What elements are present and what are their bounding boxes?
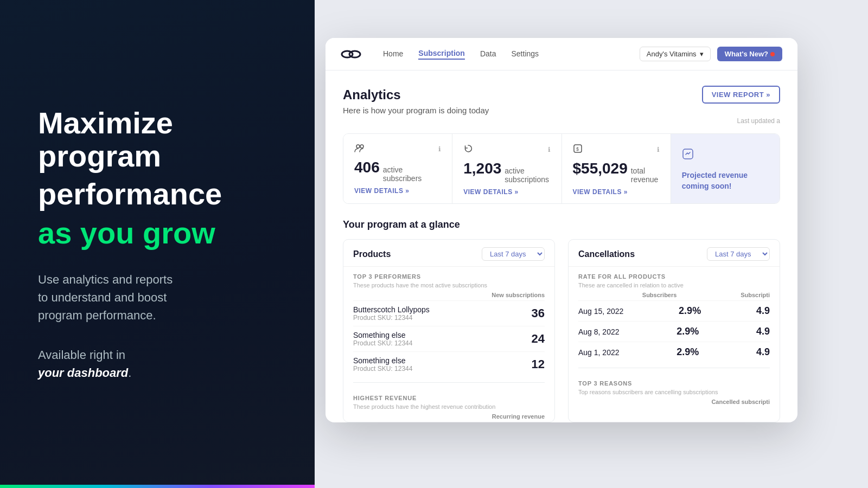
subscriptions-info-icon: ℹ [548, 146, 551, 153]
notification-dot [770, 52, 775, 56]
table-row: Aug 15, 2022 2.9% 4.9 [578, 300, 770, 321]
subscribers-number: 406 [354, 159, 380, 176]
store-selector[interactable]: Andy's Vitamins ▾ [640, 47, 711, 61]
navbar: Home Subscription Data Settings Andy's V… [326, 38, 797, 70]
cancellations-table-section: RATE FOR ALL PRODUCTS These are cancelle… [569, 267, 780, 407]
stat-card-revenue-header: $ ℹ [573, 144, 660, 156]
subscriptions-value-row: 1,203 active subscriptions [463, 160, 550, 184]
hero-footer: Available right in your dashboard. [38, 346, 277, 382]
subscribers-col: Subscribers [642, 292, 677, 298]
svg-point-2 [356, 145, 360, 148]
nav-subscription[interactable]: Subscription [418, 49, 465, 60]
recurring-revenue-col: Recurring revenue [492, 413, 545, 420]
stat-card-projected-header [682, 148, 694, 166]
cancelled-subscriptions-col: Cancelled subscripti [711, 399, 770, 405]
stat-card-subscribers-header: ℹ [354, 144, 441, 155]
view-report-button[interactable]: VIEW REPORT » [702, 86, 780, 104]
main-content: Analytics VIEW REPORT » Here is how your… [326, 70, 797, 422]
brand-logo-icon [341, 47, 361, 62]
revenue-value-row: $55,029 total revenue [573, 160, 660, 184]
rate-all-products-label: RATE FOR ALL PRODUCTS [578, 267, 770, 282]
table-row: Something else Product SKU: 12344 12 [353, 351, 545, 377]
hero-title-line2: performance [38, 177, 277, 211]
nav-home[interactable]: Home [383, 49, 403, 59]
products-col-headers: New subscriptions [353, 292, 545, 300]
products-card-header: Products Last 7 days Last 30 days [343, 240, 554, 267]
products-table-section: TOP 3 PERFORMERS These products have the… [343, 267, 554, 422]
subscribers-value-row: 406 active subscribers [354, 159, 441, 183]
revenue-label: total revenue [631, 166, 660, 184]
glance-title: Your program at a glance [343, 219, 780, 230]
subscriptions-icon [463, 144, 473, 156]
hero-title-green: as you grow [38, 215, 277, 251]
dashboard-window: Home Subscription Data Settings Andy's V… [326, 38, 797, 422]
top3-performers-label: TOP 3 PERFORMERS [353, 267, 545, 282]
products-period-select[interactable]: Last 7 days Last 30 days [482, 247, 545, 261]
table-row: Butterscotch Lollypops Product SKU: 1234… [353, 300, 545, 326]
subscriptions-label: active subscriptions [505, 166, 550, 184]
hero-title-line1: Maximize program [38, 106, 277, 173]
chevron-down-icon: ▾ [700, 50, 704, 58]
svg-point-1 [349, 51, 360, 57]
stat-card-subscriptions-header: ℹ [463, 144, 550, 156]
row-value: 36 [532, 306, 545, 320]
revenue-number: $55,029 [573, 160, 628, 177]
subscriptions-number: 1,203 [463, 160, 501, 177]
cancellations-card: Cancellations Last 7 days Last 30 days R… [568, 239, 780, 422]
analytics-title: Analytics [343, 87, 401, 102]
whats-new-button[interactable]: What's New? [717, 47, 782, 61]
subscribers-icon [354, 144, 365, 155]
projected-text: Projected revenuecoming soon! [682, 170, 748, 191]
analytics-header: Analytics VIEW REPORT » [343, 86, 780, 104]
stats-row: ℹ 406 active subscribers VIEW DETAILS » … [343, 133, 780, 204]
left-panel: Maximize program performance as you grow… [0, 0, 315, 488]
cancel-val2: 4.9 [756, 305, 770, 317]
top3-reasons-label: TOP 3 REASONS [578, 374, 770, 389]
stat-card-revenue: $ ℹ $55,029 total revenue VIEW DETAILS » [562, 134, 671, 203]
table-row: Aug 8, 2022 2.9% 4.9 [578, 321, 770, 342]
subscribers-view-details[interactable]: VIEW DETAILS » [354, 187, 441, 195]
navbar-logo [341, 47, 361, 62]
cancel-val1: 2.9% [679, 305, 701, 317]
products-card-title: Products [353, 249, 391, 259]
hero-footer-italic: your dashboard [38, 366, 128, 380]
nav-links: Home Subscription Data Settings [383, 49, 622, 60]
hero-title-wrapper: Maximize program performance as you grow [38, 106, 277, 271]
subscribers-info-icon: ℹ [438, 145, 441, 153]
cancellations-period-select[interactable]: Last 7 days Last 30 days [707, 247, 770, 261]
svg-point-3 [360, 145, 363, 148]
analytics-subtitle: Here is how your program is doing today [343, 106, 780, 115]
projected-icon [682, 148, 694, 163]
subscriptions-view-details[interactable]: VIEW DETAILS » [463, 188, 550, 196]
revenue-view-details[interactable]: VIEW DETAILS » [573, 188, 660, 196]
row-value: 24 [532, 332, 545, 346]
divider [578, 368, 770, 368]
cancel-val2: 4.9 [756, 346, 770, 358]
subscribers-label: active subscribers [383, 165, 442, 183]
table-row: Something else Product SKU: 12344 24 [353, 326, 545, 351]
svg-text:$: $ [576, 146, 579, 152]
divider [353, 382, 545, 383]
highest-revenue-desc: These products have the highest revenue … [353, 403, 545, 410]
new-subscriptions-col: New subscriptions [492, 292, 545, 298]
revenue-info-icon: ℹ [657, 146, 660, 153]
highest-revenue-col-headers: Recurring revenue [353, 413, 545, 422]
hero-body: Use analytics and reportsto understand a… [38, 271, 277, 324]
nav-data[interactable]: Data [480, 49, 496, 59]
last-updated: Last updated a [343, 117, 780, 125]
nav-settings[interactable]: Settings [512, 49, 539, 59]
cancel-val2: 4.9 [756, 326, 770, 337]
cancellations-card-header: Cancellations Last 7 days Last 30 days [569, 240, 780, 267]
cancellations-col-headers: Subscribers Subscripti [578, 292, 770, 300]
navbar-right: Andy's Vitamins ▾ What's New? [640, 47, 782, 61]
subscriptions-col: Subscripti [741, 292, 770, 298]
products-card: Products Last 7 days Last 30 days TOP 3 … [343, 239, 555, 422]
right-panel: Home Subscription Data Settings Andy's V… [315, 0, 868, 488]
top3-reasons-col-headers: Cancelled subscripti [578, 399, 770, 407]
revenue-icon: $ [573, 144, 583, 156]
cancel-val1: 2.9% [676, 326, 699, 337]
stat-card-subscriptions: ℹ 1,203 active subscriptions VIEW DETAIL… [452, 134, 561, 203]
table-row: Aug 1, 2022 2.9% 4.9 [578, 342, 770, 362]
stat-card-projected: Projected revenuecoming soon! [671, 134, 780, 203]
top3-performers-desc: These products have the most active subs… [353, 282, 545, 288]
